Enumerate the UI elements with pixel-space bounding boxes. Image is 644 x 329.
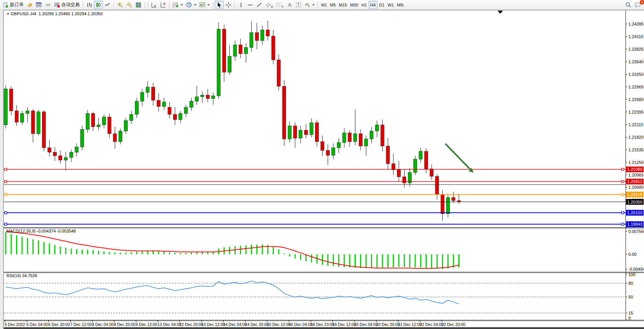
macd-histogram-bar — [333, 254, 334, 266]
fibonacci-tool-button[interactable]: F — [275, 1, 285, 9]
candle-up — [310, 123, 313, 135]
zoom-out-button[interactable] — [125, 1, 134, 9]
line-handle[interactable] — [5, 168, 7, 170]
mailbox-button[interactable]: 1 — [633, 1, 643, 9]
macd-histogram-bar — [240, 246, 241, 254]
chevron-down-icon — [312, 4, 315, 6]
horizontal-line-tool-button[interactable] — [246, 1, 255, 9]
collapse-triangle-icon[interactable]: ▼ — [6, 12, 10, 16]
line-handle[interactable] — [622, 193, 624, 196]
candle-down — [222, 29, 226, 72]
candle-up — [64, 157, 67, 160]
candle-up — [244, 48, 248, 54]
timeframe-m5-button[interactable]: M5 — [329, 1, 337, 9]
macd-histogram-bar — [109, 252, 110, 254]
text-tool-button[interactable]: A — [285, 1, 294, 9]
candle-down — [157, 100, 160, 106]
profiles-button[interactable] — [25, 1, 34, 9]
chart-shift-button[interactable] — [159, 1, 168, 9]
toolbar-separator — [169, 2, 170, 8]
macd-histogram-bar — [398, 254, 400, 267]
cursor-tool-button[interactable] — [215, 1, 224, 9]
macd-indicator-label: MACD(12,26,9) -0.004374 -0.003548 — [6, 229, 76, 233]
candlestick-chart-button[interactable] — [94, 1, 103, 9]
candle-down — [113, 134, 117, 142]
line-chart-button[interactable] — [103, 1, 112, 9]
crosshair-tool-button[interactable] — [224, 1, 233, 9]
candle-down — [10, 89, 13, 111]
timeframe-h1-button[interactable]: H1 — [360, 1, 369, 9]
macd-histogram-bar — [60, 246, 61, 254]
timeframe-w1-button[interactable]: W1 — [386, 1, 396, 9]
macd-histogram-bar — [349, 254, 350, 268]
macd-histogram-bar — [16, 235, 17, 254]
templates-button[interactable] — [198, 1, 211, 9]
macd-histogram-bar — [360, 254, 361, 268]
line-handle[interactable] — [622, 180, 624, 183]
candle-down — [42, 112, 46, 148]
candle-up — [184, 108, 188, 114]
candle-up — [261, 30, 264, 41]
candle-down — [277, 60, 281, 86]
new-order-button[interactable]: 新订单 — [1, 1, 25, 9]
macd-histogram-bar — [458, 254, 459, 268]
signals-button[interactable] — [43, 1, 53, 9]
candle-down — [266, 30, 270, 36]
timeframe-mn-button[interactable]: MN — [395, 1, 405, 9]
arrows-tool-button[interactable] — [303, 1, 316, 9]
auto-trading-label: 自动交易 — [61, 2, 80, 8]
macd-histogram-bar — [120, 253, 121, 254]
line-handle[interactable] — [5, 193, 7, 196]
periods-button[interactable] — [185, 1, 198, 9]
candle-up — [414, 159, 417, 173]
line-handle[interactable] — [622, 212, 624, 214]
line-handle[interactable] — [622, 223, 624, 225]
auto-trading-button[interactable]: 自动交易 — [53, 1, 81, 9]
candle-up — [97, 125, 100, 127]
window-bottom-edge — [4, 327, 644, 329]
zoom-in-button[interactable] — [116, 1, 125, 9]
macd-histogram-bar — [87, 249, 88, 254]
candle-down — [15, 111, 18, 122]
macd-histogram-bar — [93, 250, 94, 254]
market-watch-button[interactable] — [34, 1, 43, 9]
macd-histogram-bar — [387, 254, 389, 267]
candle-down — [108, 117, 111, 134]
trendline-tool-button[interactable] — [255, 1, 264, 9]
toolbar-separator — [213, 2, 213, 8]
new-order-icon — [3, 2, 9, 8]
macd-histogram-bar — [76, 249, 77, 254]
timeframe-h4-button[interactable]: H4 — [369, 1, 377, 9]
search-button[interactable] — [624, 1, 633, 9]
timeframe-d1-button[interactable]: D1 — [377, 1, 386, 9]
line-handle[interactable] — [5, 180, 7, 183]
macd-histogram-bar — [43, 242, 45, 254]
timeframe-m15-button[interactable]: M15 — [337, 1, 348, 9]
line-handle[interactable] — [5, 212, 7, 214]
timeframe-m30-button[interactable]: M30 — [348, 1, 360, 9]
macd-histogram-bar — [262, 244, 263, 254]
bar-chart-button[interactable] — [85, 1, 94, 9]
trendline-icon — [256, 2, 262, 8]
channel-tool-button[interactable]: E — [264, 1, 275, 9]
candle-up — [135, 101, 138, 114]
zoom-out-icon — [126, 2, 132, 8]
text-label-tool-button[interactable]: T — [294, 1, 303, 9]
chevron-down-icon — [207, 4, 210, 6]
vertical-line-tool-button[interactable] — [236, 1, 246, 9]
zoom-in-icon — [117, 2, 123, 8]
candle-up — [179, 114, 182, 120]
candle-down — [392, 164, 395, 170]
candle-up — [75, 147, 79, 152]
chart-shift-icon — [160, 2, 166, 8]
line-handle[interactable] — [5, 223, 7, 225]
macd-histogram-bar — [273, 247, 274, 254]
auto-scroll-button[interactable] — [149, 1, 159, 9]
line-handle[interactable] — [622, 168, 624, 170]
timeframe-m1-button[interactable]: M1 — [320, 1, 328, 9]
price-axis-strip[interactable] — [626, 10, 644, 320]
indicators-button[interactable] — [171, 1, 185, 9]
tile-windows-button[interactable] — [134, 1, 143, 9]
macd-histogram-bar — [251, 245, 252, 254]
time-axis-strip[interactable] — [4, 321, 626, 327]
